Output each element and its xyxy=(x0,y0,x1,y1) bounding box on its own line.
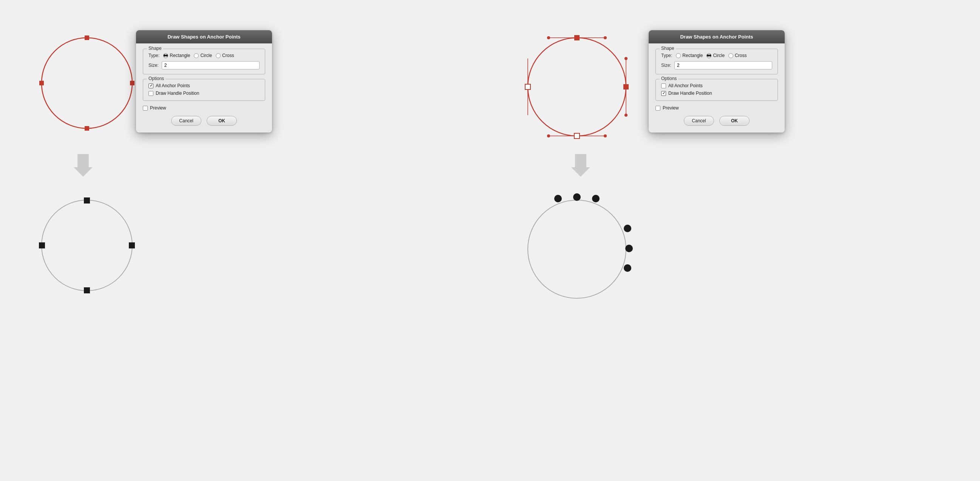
svg-point-33 xyxy=(573,193,581,201)
svg-point-22 xyxy=(625,57,627,60)
svg-point-20 xyxy=(547,36,550,39)
right-radio-rectangle-label: Rectangle xyxy=(682,53,703,58)
right-preview-checkbox xyxy=(655,106,660,111)
svg-rect-8 xyxy=(39,242,45,248)
right-type-label: Type: xyxy=(661,53,672,58)
left-dialog-buttons: Cancel OK xyxy=(143,116,265,127)
right-bottom-circle-svg xyxy=(513,185,641,313)
left-cancel-button[interactable]: Cancel xyxy=(171,116,201,126)
right-top-circle-svg xyxy=(513,23,641,151)
right-radio-circle-label: Circle xyxy=(713,53,725,58)
right-radio-group: Rectangle Circle Cross xyxy=(676,53,746,58)
svg-marker-30 xyxy=(571,154,590,177)
right-option2[interactable]: Draw Handle Position xyxy=(661,90,772,96)
left-type-label: Type: xyxy=(148,53,159,58)
svg-point-35 xyxy=(624,225,631,232)
right-size-input[interactable] xyxy=(675,61,772,70)
right-shape-section-label: Shape xyxy=(660,46,676,51)
svg-point-0 xyxy=(41,38,132,129)
right-option1-checkbox xyxy=(661,83,666,88)
left-size-input[interactable] xyxy=(162,61,259,70)
right-radio-rectangle-indicator xyxy=(676,53,681,58)
svg-marker-5 xyxy=(74,154,92,177)
right-dialog-titlebar: Draw Shapes on Anchor Points xyxy=(649,30,785,43)
right-preview-label: Preview xyxy=(663,105,679,111)
left-options-section: Options All Anchor Points Draw Handle Po… xyxy=(143,79,265,101)
left-option2-label: Draw Handle Position xyxy=(156,90,199,96)
left-shape-section-label: Shape xyxy=(147,46,163,51)
svg-rect-26 xyxy=(574,35,579,40)
right-preview-row[interactable]: Preview xyxy=(655,105,778,111)
right-arrow xyxy=(571,154,590,177)
left-radio-group: Rectangle Circle Cross xyxy=(163,53,234,58)
right-radio-circle[interactable]: Circle xyxy=(706,53,725,58)
left-dialog-titlebar: Draw Shapes on Anchor Points xyxy=(136,30,272,43)
svg-rect-2 xyxy=(39,81,44,85)
left-option1[interactable]: All Anchor Points xyxy=(148,83,259,88)
left-radio-circle-label: Circle xyxy=(200,53,212,58)
right-radio-circle-indicator xyxy=(706,53,711,58)
svg-rect-3 xyxy=(130,81,135,85)
left-radio-rectangle-label: Rectangle xyxy=(170,53,190,58)
svg-rect-9 xyxy=(129,242,135,248)
left-preview-checkbox xyxy=(143,106,148,111)
left-arrow-svg xyxy=(74,154,92,177)
svg-point-32 xyxy=(554,195,562,202)
svg-point-34 xyxy=(592,195,600,202)
svg-rect-28 xyxy=(574,133,579,138)
right-arrow-svg xyxy=(571,154,590,177)
right-cancel-button[interactable]: Cancel xyxy=(684,116,714,126)
right-option2-label: Draw Handle Position xyxy=(668,90,712,96)
svg-point-21 xyxy=(604,36,607,39)
svg-point-11 xyxy=(528,38,626,136)
left-shape-section: Shape Type: Rectangle Circle xyxy=(143,49,265,75)
svg-rect-7 xyxy=(84,197,90,203)
left-dialog-title: Draw Shapes on Anchor Points xyxy=(167,34,240,40)
right-ok-button[interactable]: OK xyxy=(719,116,749,126)
svg-point-37 xyxy=(624,264,631,272)
right-dialog-body: Shape Type: Rectangle Circle xyxy=(649,43,785,133)
right-option2-checkbox xyxy=(661,91,666,96)
left-half: Draw Shapes on Anchor Points Shape Type:… xyxy=(0,0,490,481)
left-option2[interactable]: Draw Handle Position xyxy=(148,90,259,96)
right-size-row: Size: xyxy=(661,61,772,70)
right-dialog-buttons: Cancel OK xyxy=(655,116,778,127)
right-radio-cross-indicator xyxy=(729,53,733,58)
svg-point-24 xyxy=(547,134,550,137)
right-bottom-circle-area xyxy=(513,185,656,313)
left-option1-checkbox xyxy=(148,83,153,88)
left-dialog-body: Shape Type: Rectangle Circle xyxy=(136,43,272,133)
right-top-circle-area xyxy=(513,23,656,151)
left-radio-cross-label: Cross xyxy=(222,53,234,58)
svg-rect-1 xyxy=(84,35,89,40)
main-container: Draw Shapes on Anchor Points Shape Type:… xyxy=(0,0,980,481)
left-radio-cross[interactable]: Cross xyxy=(216,53,234,58)
left-bottom-circle-svg xyxy=(34,192,140,298)
left-arrow xyxy=(74,154,92,177)
left-radio-circle-indicator xyxy=(194,53,199,58)
right-half: Draw Shapes on Anchor Points Shape Type:… xyxy=(490,0,980,481)
left-preview-row[interactable]: Preview xyxy=(143,105,265,111)
svg-rect-10 xyxy=(84,287,90,294)
right-radio-rectangle[interactable]: Rectangle xyxy=(676,53,703,58)
svg-point-23 xyxy=(625,114,627,117)
svg-point-31 xyxy=(528,200,626,298)
svg-rect-27 xyxy=(624,84,628,89)
left-radio-rectangle[interactable]: Rectangle xyxy=(163,53,190,58)
left-radio-cross-indicator xyxy=(216,53,221,58)
right-type-row: Type: Rectangle Circle xyxy=(661,53,772,58)
left-option2-checkbox xyxy=(148,91,153,96)
right-option1-label: All Anchor Points xyxy=(668,83,703,88)
left-bottom-circle-area xyxy=(23,185,151,306)
svg-point-25 xyxy=(604,134,607,137)
right-dialog: Draw Shapes on Anchor Points Shape Type:… xyxy=(649,30,785,133)
right-radio-cross[interactable]: Cross xyxy=(729,53,746,58)
left-ok-button[interactable]: OK xyxy=(207,116,237,126)
right-shape-section: Shape Type: Rectangle Circle xyxy=(655,49,778,75)
svg-rect-4 xyxy=(84,126,89,131)
left-radio-rectangle-indicator xyxy=(163,53,168,58)
left-type-row: Type: Rectangle Circle xyxy=(148,53,259,58)
right-option1[interactable]: All Anchor Points xyxy=(661,83,772,88)
left-radio-circle[interactable]: Circle xyxy=(194,53,212,58)
left-size-row: Size: xyxy=(148,61,259,70)
